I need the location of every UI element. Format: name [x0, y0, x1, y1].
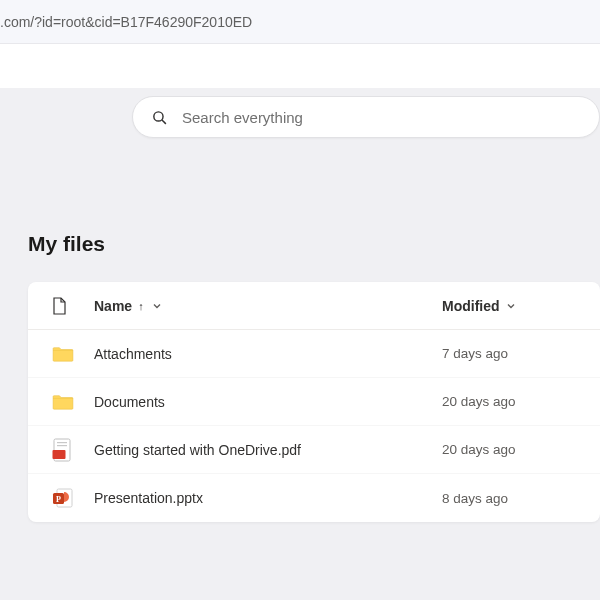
- search-box[interactable]: [132, 96, 600, 138]
- table-row[interactable]: P Presentation.pptx 8 days ago: [28, 474, 600, 522]
- file-list-card: Name ↑ Modified Attachments 7 days ago: [28, 282, 600, 522]
- chevron-down-icon: [506, 301, 516, 311]
- search-icon: [151, 109, 168, 126]
- table-row[interactable]: Getting started with OneDrive.pdf 20 day…: [28, 426, 600, 474]
- folder-icon: [52, 345, 74, 363]
- file-generic-icon: [52, 297, 66, 315]
- main-content: My files Name ↑ Modified: [0, 138, 600, 522]
- folder-icon: [52, 393, 74, 411]
- header-name-label: Name: [94, 298, 132, 314]
- search-input[interactable]: [182, 109, 581, 126]
- header-name[interactable]: Name ↑: [94, 298, 442, 314]
- pdf-file-icon: [52, 438, 72, 462]
- table-header-row: Name ↑ Modified: [28, 282, 600, 330]
- svg-rect-5: [57, 445, 67, 446]
- row-name: Getting started with OneDrive.pdf: [94, 442, 442, 458]
- url-text: .com/?id=root&cid=B17F46290F2010ED: [0, 14, 252, 30]
- svg-text:P: P: [56, 495, 61, 504]
- row-name: Documents: [94, 394, 442, 410]
- browser-url-bar[interactable]: .com/?id=root&cid=B17F46290F2010ED: [0, 0, 600, 44]
- row-name: Presentation.pptx: [94, 490, 442, 506]
- svg-point-0: [154, 111, 163, 120]
- row-icon-cell: [46, 393, 94, 411]
- row-modified: 20 days ago: [442, 442, 582, 457]
- sort-ascending-icon: ↑: [138, 300, 144, 312]
- row-modified: 7 days ago: [442, 346, 582, 361]
- chevron-down-icon: [152, 301, 162, 311]
- row-icon-cell: [46, 345, 94, 363]
- table-row[interactable]: Attachments 7 days ago: [28, 330, 600, 378]
- app-header-strip: [0, 44, 600, 88]
- row-modified: 20 days ago: [442, 394, 582, 409]
- row-modified: 8 days ago: [442, 491, 582, 506]
- page-title: My files: [28, 232, 600, 256]
- pptx-file-icon: P: [52, 487, 74, 509]
- svg-line-1: [162, 119, 166, 123]
- svg-rect-4: [57, 442, 67, 443]
- table-row[interactable]: Documents 20 days ago: [28, 378, 600, 426]
- row-name: Attachments: [94, 346, 442, 362]
- svg-rect-3: [53, 450, 66, 459]
- row-icon-cell: P: [46, 487, 94, 509]
- header-modified[interactable]: Modified: [442, 298, 582, 314]
- row-icon-cell: [46, 438, 94, 462]
- header-icon-cell: [46, 297, 94, 315]
- header-modified-label: Modified: [442, 298, 500, 314]
- search-container: [0, 88, 600, 138]
